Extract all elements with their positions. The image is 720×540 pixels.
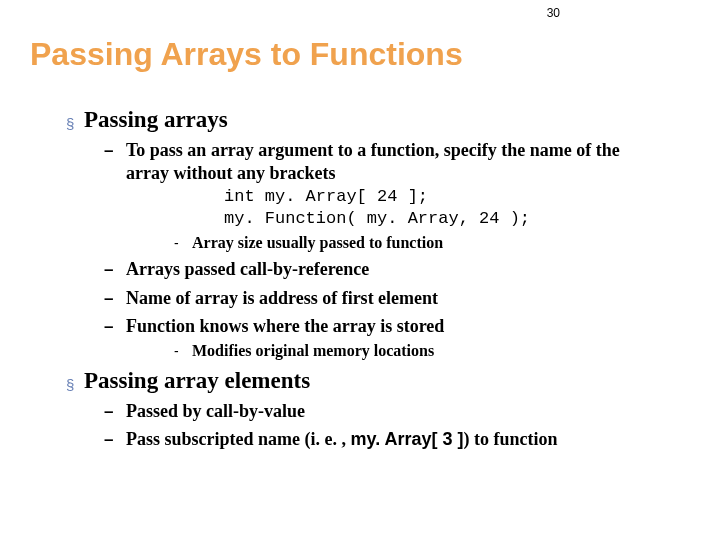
list-item: – Arrays passed call-by-reference	[104, 258, 690, 281]
hyphen-icon: -	[174, 343, 192, 359]
sub-list: - Array size usually passed to function	[104, 234, 690, 252]
section-heading: § Passing array elements	[66, 368, 690, 394]
list-item: – To pass an array argument to a functio…	[104, 139, 690, 184]
section-heading-text: Passing arrays	[84, 107, 228, 133]
text-suffix: ) to function	[464, 429, 558, 449]
list-item-text: Name of array is address of first elemen…	[126, 287, 438, 310]
section1-items: – To pass an array argument to a functio…	[66, 139, 690, 360]
dash-icon: –	[104, 289, 126, 309]
sub-list-item: - Modifies original memory locations	[174, 342, 690, 360]
list-item: – Name of array is address of first elem…	[104, 287, 690, 310]
slide: 30 Passing Arrays to Functions § Passing…	[0, 0, 720, 540]
dash-icon: –	[104, 317, 126, 337]
section-heading-text: Passing array elements	[84, 368, 310, 394]
list-item-text: Passed by call-by-value	[126, 400, 305, 423]
dash-icon: –	[104, 141, 126, 161]
hyphen-icon: -	[174, 235, 192, 251]
sub-list-item-text: Modifies original memory locations	[192, 342, 434, 360]
code-block: int my. Array[ 24 ]; my. Function( my. A…	[104, 186, 690, 230]
section-heading: § Passing arrays	[66, 107, 690, 133]
square-bullet-icon: §	[66, 376, 84, 393]
list-item: – Passed by call-by-value	[104, 400, 690, 423]
sub-list-item-text: Array size usually passed to function	[192, 234, 443, 252]
sub-list-item: - Array size usually passed to function	[174, 234, 690, 252]
list-item-text: To pass an array argument to a function,…	[126, 139, 666, 184]
list-item-text: Arrays passed call-by-reference	[126, 258, 369, 281]
square-bullet-icon: §	[66, 115, 84, 132]
list-item: – Pass subscripted name (i. e. , my. Arr…	[104, 428, 690, 451]
page-number: 30	[547, 6, 560, 20]
list-item: – Function knows where the array is stor…	[104, 315, 690, 338]
list-item-text: Function knows where the array is stored	[126, 315, 444, 338]
section2-items: – Passed by call-by-value – Pass subscri…	[66, 400, 690, 451]
code-line: my. Function( my. Array, 24 );	[224, 208, 690, 230]
sub-list: - Modifies original memory locations	[104, 342, 690, 360]
dash-icon: –	[104, 402, 126, 422]
dash-icon: –	[104, 260, 126, 280]
text-prefix: Pass subscripted name (i. e. ,	[126, 429, 351, 449]
content-area: § Passing arrays – To pass an array argu…	[30, 107, 690, 451]
inline-code: my. Array[ 3 ]	[351, 429, 464, 449]
dash-icon: –	[104, 430, 126, 450]
page-title: Passing Arrays to Functions	[30, 36, 690, 73]
code-line: int my. Array[ 24 ];	[224, 186, 690, 208]
list-item-text-composite: Pass subscripted name (i. e. , my. Array…	[126, 428, 558, 451]
